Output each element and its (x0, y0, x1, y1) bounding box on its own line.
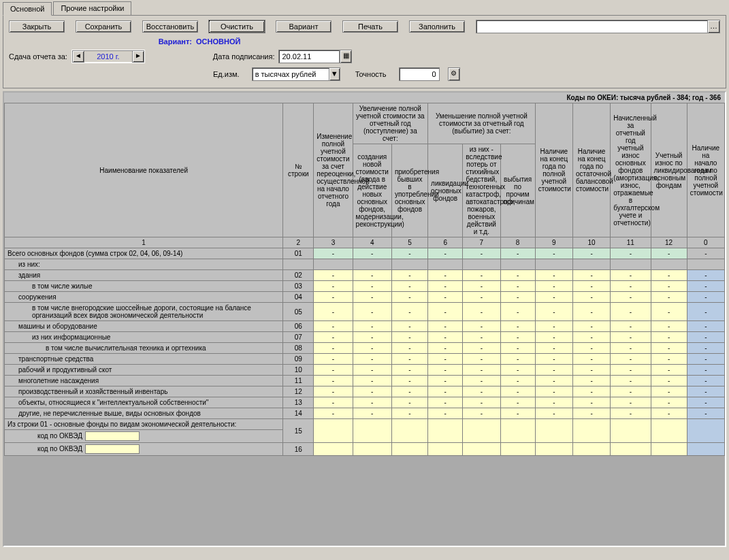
data-cell[interactable]: - (572, 292, 610, 303)
data-cell[interactable]: - (651, 332, 687, 343)
data-cell[interactable] (353, 419, 391, 443)
data-cell[interactable]: - (353, 292, 391, 303)
data-cell[interactable]: - (572, 270, 610, 281)
data-cell[interactable]: - (314, 332, 353, 343)
data-cell[interactable] (611, 419, 651, 443)
precision-options-button[interactable]: ⚙ (448, 67, 460, 81)
data-cell[interactable]: - (651, 408, 687, 419)
data-cell[interactable]: - (314, 408, 353, 419)
data-cell[interactable] (463, 419, 500, 443)
data-cell[interactable]: - (687, 408, 724, 419)
data-cell[interactable]: - (572, 281, 610, 292)
data-cell[interactable]: - (572, 376, 610, 386)
data-cell[interactable]: - (353, 303, 391, 321)
data-cell[interactable]: - (500, 321, 535, 332)
data-cell[interactable]: - (463, 332, 500, 343)
save-button[interactable]: Сохранить (76, 20, 131, 33)
data-cell[interactable]: - (611, 343, 651, 354)
data-cell[interactable]: - (428, 332, 463, 343)
lookup-browse-button[interactable]: … (707, 20, 719, 33)
data-cell[interactable]: - (535, 270, 572, 281)
data-cell[interactable]: - (687, 248, 724, 259)
data-cell[interactable]: - (611, 270, 651, 281)
data-cell[interactable]: - (391, 386, 427, 397)
data-cell[interactable]: - (463, 408, 500, 419)
data-cell[interactable]: - (314, 292, 353, 303)
data-cell[interactable]: - (651, 386, 687, 397)
data-cell[interactable]: - (611, 365, 651, 376)
data-cell[interactable]: - (687, 303, 724, 321)
data-cell[interactable]: - (428, 354, 463, 365)
data-cell[interactable]: - (428, 303, 463, 321)
data-cell[interactable] (651, 419, 687, 443)
data-cell[interactable]: - (611, 303, 651, 321)
data-cell[interactable]: - (535, 408, 572, 419)
data-cell[interactable]: - (687, 343, 724, 354)
data-cell[interactable] (572, 443, 610, 456)
data-cell[interactable]: - (651, 281, 687, 292)
data-cell[interactable]: - (353, 408, 391, 419)
data-cell[interactable]: - (391, 408, 427, 419)
data-cell[interactable]: - (353, 354, 391, 365)
data-cell[interactable]: - (500, 397, 535, 408)
data-cell[interactable]: - (314, 386, 353, 397)
data-grid[interactable]: Коды по ОКЕИ: тысяча рублей - 384; год -… (3, 91, 726, 547)
data-cell[interactable]: - (391, 292, 427, 303)
data-cell[interactable]: - (611, 354, 651, 365)
data-cell[interactable]: - (428, 343, 463, 354)
data-cell[interactable]: - (428, 270, 463, 281)
data-cell[interactable]: - (428, 248, 463, 259)
data-cell[interactable]: - (535, 354, 572, 365)
data-cell[interactable] (687, 443, 724, 456)
okved-input[interactable] (85, 444, 140, 454)
data-cell[interactable] (428, 443, 463, 456)
data-cell[interactable]: - (428, 386, 463, 397)
data-cell[interactable]: - (353, 281, 391, 292)
data-cell[interactable]: - (314, 343, 353, 354)
data-cell[interactable]: - (572, 343, 610, 354)
data-cell[interactable]: - (572, 303, 610, 321)
data-cell[interactable]: - (651, 303, 687, 321)
data-cell[interactable]: - (651, 397, 687, 408)
data-cell[interactable]: - (391, 303, 427, 321)
data-cell[interactable]: - (314, 303, 353, 321)
data-cell[interactable]: - (463, 365, 500, 376)
data-cell[interactable]: - (687, 354, 724, 365)
data-cell[interactable]: - (651, 343, 687, 354)
data-cell[interactable]: - (651, 270, 687, 281)
data-cell[interactable]: - (687, 292, 724, 303)
tab-main[interactable]: Основной (3, 2, 52, 16)
data-cell[interactable]: - (463, 376, 500, 386)
calendar-button[interactable]: ▦ (340, 50, 352, 63)
data-cell[interactable]: - (391, 397, 427, 408)
data-cell[interactable]: - (687, 386, 724, 397)
data-cell[interactable]: - (314, 365, 353, 376)
close-button[interactable]: Закрыть (9, 20, 65, 33)
data-cell[interactable]: - (391, 321, 427, 332)
print-button[interactable]: Печать (342, 20, 398, 33)
okved-input[interactable] (85, 431, 140, 441)
data-cell[interactable]: - (500, 292, 535, 303)
data-cell[interactable]: - (651, 292, 687, 303)
data-cell[interactable]: - (463, 354, 500, 365)
data-cell[interactable]: - (428, 281, 463, 292)
data-cell[interactable]: - (463, 303, 500, 321)
data-cell[interactable]: - (611, 292, 651, 303)
data-cell[interactable]: - (500, 248, 535, 259)
data-cell[interactable]: - (391, 248, 427, 259)
data-cell[interactable] (391, 419, 427, 443)
sign-date-input[interactable]: 20.02.11 (278, 50, 340, 63)
year-next-button[interactable]: ► (132, 50, 144, 63)
clear-button[interactable]: Очистить (209, 20, 265, 33)
data-cell[interactable]: - (687, 365, 724, 376)
data-cell[interactable]: - (463, 321, 500, 332)
data-cell[interactable]: - (463, 343, 500, 354)
data-cell[interactable]: - (391, 270, 427, 281)
data-cell[interactable]: - (687, 270, 724, 281)
data-cell[interactable]: - (500, 386, 535, 397)
data-cell[interactable]: - (353, 332, 391, 343)
data-cell[interactable] (500, 443, 535, 456)
data-cell[interactable]: - (572, 248, 610, 259)
data-cell[interactable]: - (687, 281, 724, 292)
data-cell[interactable] (687, 419, 724, 443)
